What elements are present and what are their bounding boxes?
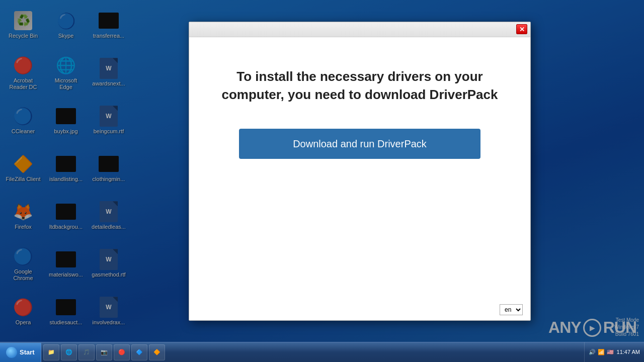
modal-overlay: ✕ To install the necessary drivers on yo… bbox=[0, 0, 644, 362]
taskbar-item-app2[interactable]: 🔴 bbox=[114, 344, 130, 360]
start-orb-icon bbox=[6, 347, 17, 358]
taskbar: Start 📁 🌐 🎵 📷 🔴 🔷 🔶 bbox=[0, 342, 644, 362]
taskbar-item-media[interactable]: 🎵 bbox=[78, 344, 95, 360]
system-clock[interactable]: 11:47 AM bbox=[617, 348, 640, 356]
system-tray: 🔊 📶 🇺🇸 11:47 AM bbox=[584, 342, 644, 362]
app3-icon: 🔷 bbox=[136, 349, 143, 355]
app2-icon: 🔴 bbox=[118, 349, 125, 355]
modal-titlebar: ✕ bbox=[189, 22, 530, 37]
language-select[interactable]: en de fr es ru bbox=[500, 304, 523, 315]
tray-network-icon: 🔊 bbox=[589, 349, 596, 355]
desktop: ♻️ Recycle Bin 🔵 Skype transferrea... 🔴 … bbox=[0, 0, 644, 362]
modal-body: To install the necessary drivers on your… bbox=[189, 37, 530, 299]
taskbar-quick-launch: 📁 🌐 🎵 📷 🔴 🔷 🔶 bbox=[41, 342, 584, 362]
taskbar-item-explorer[interactable]: 📁 bbox=[43, 344, 59, 360]
tray-flag-icon: 🇺🇸 bbox=[607, 349, 614, 355]
tray-icons: 🔊 📶 🇺🇸 bbox=[589, 349, 614, 355]
download-button-label: Download and run DriverPack bbox=[293, 138, 427, 150]
start-button[interactable]: Start bbox=[0, 343, 41, 362]
modal-footer: en de fr es ru bbox=[189, 299, 530, 320]
explorer-icon: 📁 bbox=[48, 349, 55, 355]
modal-title: To install the necessary drivers on your… bbox=[219, 67, 501, 104]
start-button-label: Start bbox=[20, 348, 35, 356]
media-icon: 🎵 bbox=[83, 349, 90, 355]
clock-time: 11:47 AM bbox=[617, 348, 640, 356]
download-driverpack-button[interactable]: Download and run DriverPack bbox=[239, 129, 480, 159]
taskbar-item-app4[interactable]: 🔶 bbox=[149, 344, 165, 360]
taskbar-item-browser[interactable]: 🌐 bbox=[61, 344, 77, 360]
app1-icon: 📷 bbox=[101, 349, 108, 355]
taskbar-item-app3[interactable]: 🔷 bbox=[131, 344, 147, 360]
app4-icon: 🔶 bbox=[153, 349, 160, 355]
modal-close-button[interactable]: ✕ bbox=[516, 24, 527, 34]
tray-volume-icon: 📶 bbox=[598, 349, 605, 355]
browser-icon: 🌐 bbox=[65, 349, 72, 355]
taskbar-item-app1[interactable]: 📷 bbox=[96, 344, 112, 360]
driverpack-modal: ✕ To install the necessary drivers on yo… bbox=[189, 22, 531, 321]
